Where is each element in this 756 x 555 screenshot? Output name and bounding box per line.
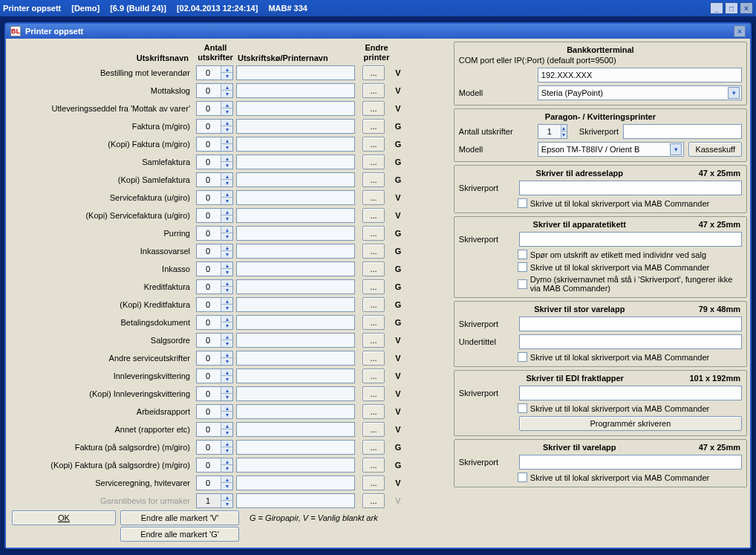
change-printer-button[interactable]: ...: [362, 137, 385, 152]
count-spinner[interactable]: ▴▾: [196, 315, 233, 330]
spin-down-icon[interactable]: ▾: [221, 215, 232, 222]
inner-close-button[interactable]: ×: [734, 25, 746, 37]
printer-queue-input[interactable]: [236, 262, 355, 276]
count-spinner[interactable]: ▴▾: [196, 226, 233, 241]
count-input[interactable]: [197, 85, 219, 96]
count-spinner[interactable]: ▴▾: [196, 297, 233, 312]
spin-up-icon[interactable]: ▴: [221, 120, 232, 126]
count-spinner[interactable]: ▴▾: [196, 155, 233, 169]
bank-modell-select[interactable]: Steria (PayPoint) ▾: [538, 85, 742, 100]
count-spinner[interactable]: ▴▾: [196, 351, 233, 366]
spin-down-icon[interactable]: ▾: [221, 412, 232, 418]
printer-queue-input[interactable]: [236, 244, 355, 259]
spin-down-icon[interactable]: ▾: [221, 394, 232, 400]
count-input[interactable]: [197, 121, 219, 132]
count-input[interactable]: [197, 353, 219, 363]
change-printer-button[interactable]: ...: [362, 226, 385, 241]
change-printer-button[interactable]: ...: [362, 119, 385, 134]
count-spinner[interactable]: ▴▾: [196, 119, 233, 134]
spin-down-icon[interactable]: ▾: [221, 376, 232, 383]
count-input[interactable]: [197, 460, 219, 470]
count-spinner[interactable]: ▴▾: [196, 137, 233, 152]
spin-down-icon[interactable]: ▾: [221, 233, 232, 240]
spin-down-icon[interactable]: ▾: [221, 126, 232, 133]
edi-chk1[interactable]: [518, 403, 527, 413]
printer-queue-input[interactable]: [236, 83, 355, 98]
bank-port-input[interactable]: [538, 68, 742, 82]
printer-queue-input[interactable]: [236, 476, 355, 490]
spin-up-icon[interactable]: ▴: [221, 476, 232, 483]
spin-up-icon[interactable]: ▴: [221, 244, 232, 251]
count-spinner[interactable]: ▴▾: [196, 333, 233, 348]
spin-up-icon[interactable]: ▴: [221, 155, 232, 162]
spin-down-icon[interactable]: ▾: [221, 162, 232, 169]
count-input[interactable]: [197, 139, 219, 149]
change-printer-button[interactable]: ...: [362, 101, 385, 116]
spin-up-icon[interactable]: ▴: [221, 351, 232, 358]
paragon-antall-spinner[interactable]: ▴▾: [538, 124, 567, 139]
printer-queue-input[interactable]: [236, 190, 355, 205]
apparat-chk3[interactable]: [518, 279, 527, 289]
count-input[interactable]: [197, 299, 219, 310]
count-input[interactable]: [197, 103, 219, 114]
spin-down-icon[interactable]: ▾: [221, 73, 232, 79]
spin-up-icon[interactable]: ▴: [221, 66, 232, 73]
printer-queue-input[interactable]: [236, 440, 355, 455]
printer-queue-input[interactable]: [236, 137, 355, 152]
count-spinner[interactable]: ▴▾: [196, 262, 233, 276]
count-input[interactable]: [197, 192, 219, 203]
spin-up-icon[interactable]: ▴: [221, 102, 232, 108]
spin-down-icon[interactable]: ▾: [221, 91, 232, 97]
change-printer-button[interactable]: ...: [362, 404, 385, 419]
count-input[interactable]: [197, 157, 219, 167]
count-spinner[interactable]: ▴▾: [196, 83, 233, 98]
printer-queue-input[interactable]: [236, 333, 355, 348]
spin-up-icon[interactable]: ▴: [221, 316, 232, 322]
count-input[interactable]: [197, 389, 219, 399]
printer-queue-input[interactable]: [236, 226, 355, 241]
paragon-skriverport-input[interactable]: [623, 124, 742, 139]
count-input[interactable]: [197, 478, 219, 488]
change-printer-button[interactable]: ...: [362, 297, 385, 312]
count-spinner[interactable]: ▴▾: [196, 386, 233, 401]
spin-down-icon[interactable]: ▾: [221, 358, 232, 365]
change-all-g-button[interactable]: Endre alle markert 'G': [120, 527, 239, 542]
change-printer-button[interactable]: ...: [362, 476, 385, 490]
count-spinner[interactable]: ▴▾: [196, 172, 233, 187]
count-input[interactable]: [197, 335, 219, 345]
kasseskuff-button[interactable]: Kasseskuff: [688, 142, 742, 157]
spin-down-icon[interactable]: ▾: [221, 340, 232, 347]
count-input[interactable]: [197, 424, 219, 435]
printer-queue-input[interactable]: [236, 351, 355, 366]
spin-down-icon[interactable]: ▾: [221, 483, 232, 490]
count-spinner[interactable]: ▴▾: [196, 422, 233, 437]
printer-queue-input[interactable]: [236, 155, 355, 169]
count-spinner[interactable]: ▴▾: [196, 440, 233, 455]
count-input[interactable]: [197, 228, 219, 238]
printer-queue-input[interactable]: [236, 369, 355, 383]
printer-queue-input[interactable]: [236, 279, 355, 294]
change-printer-button[interactable]: ...: [362, 386, 385, 401]
count-input[interactable]: [197, 246, 219, 256]
change-printer-button[interactable]: ...: [362, 65, 385, 80]
adresse-skriverport-input[interactable]: [519, 181, 742, 195]
spin-up-icon[interactable]: ▴: [221, 369, 232, 376]
storvare-undertittel-input[interactable]: [519, 334, 742, 349]
count-input[interactable]: [197, 282, 219, 292]
change-printer-button[interactable]: ...: [362, 262, 385, 276]
storvare-skriverport-input[interactable]: [519, 317, 742, 331]
count-spinner[interactable]: ▴▾: [196, 244, 233, 259]
count-input[interactable]: [197, 210, 219, 221]
spin-up-icon[interactable]: ▴: [221, 334, 232, 340]
spin-up-icon[interactable]: ▴: [221, 191, 232, 198]
change-printer-button[interactable]: ...: [362, 279, 385, 294]
count-input[interactable]: [197, 264, 219, 274]
edi-skriverport-input[interactable]: [519, 386, 742, 400]
count-input[interactable]: [197, 175, 219, 185]
apparat-chk1[interactable]: [518, 250, 527, 259]
printer-queue-input[interactable]: [236, 208, 355, 223]
count-input[interactable]: [197, 442, 219, 452]
printer-queue-input[interactable]: [236, 386, 355, 401]
spin-down-icon[interactable]: ▾: [221, 108, 232, 115]
printer-queue-input[interactable]: [236, 404, 355, 419]
